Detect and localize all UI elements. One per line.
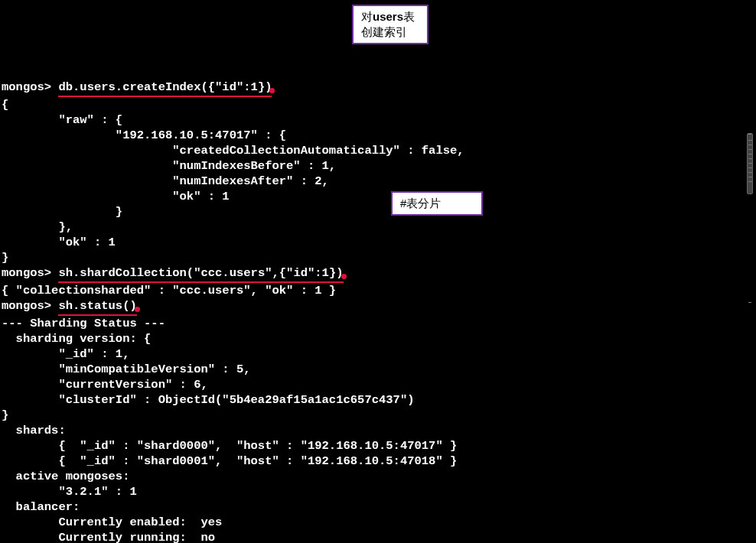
output-line: "ok" : 1 [2, 190, 230, 203]
output-line: shards: [2, 424, 66, 437]
callout-text-bold: users [373, 10, 403, 23]
command-sh-status: sh.status() [58, 298, 136, 316]
output-line: "raw" : { [2, 113, 122, 127]
output-line: { "collectionsharded" : "ccc.users", "ok… [2, 284, 336, 298]
output-line: } [2, 205, 122, 219]
underline-dot [269, 88, 275, 93]
command-shard-collection: sh.shardCollection("ccc.users",{"id":1}) [58, 265, 343, 283]
output-line: sharding version: { [2, 332, 151, 346]
output-line: "numIndexesAfter" : 2, [2, 174, 329, 188]
output-line: "ok" : 1 [2, 236, 116, 249]
output-line: { "_id" : "shard0001", "host" : "192.168… [2, 454, 457, 468]
output-line: "minCompatibleVersion" : 5, [2, 363, 251, 376]
callout-text: 创建索引 [361, 25, 407, 38]
command-create-index: db.users.createIndex({"id":1}) [58, 80, 272, 97]
annotation-callout-create-index: 对users表 创建索引 [352, 5, 429, 44]
prompt: mongos> [2, 266, 51, 280]
callout-text: #表分片 [400, 197, 441, 210]
output-line: "createdCollectionAutomatically" : false… [2, 144, 464, 158]
output-line: Currently running: no [2, 531, 215, 543]
callout-text: 对 [361, 10, 373, 23]
output-line: "192.168.10.5:47017" : { [2, 128, 286, 142]
output-line: } [2, 408, 8, 422]
underline-dot [135, 307, 140, 312]
output-line: "3.2.1" : 1 [2, 485, 137, 499]
prompt: mongos> [2, 299, 51, 313]
output-line: "numIndexesBefore" : 1, [2, 159, 336, 173]
scrollbar-indicator[interactable] [747, 133, 753, 194]
output-line: Currently enabled: yes [2, 515, 222, 529]
output-line: { [2, 98, 8, 112]
underline-dot [341, 274, 347, 279]
output-line: "clusterId" : ObjectId("5b4ea29af15a1ac1… [2, 393, 415, 407]
terminal-output[interactable]: mongos> db.users.createIndex({"id":1}) {… [0, 61, 756, 543]
output-line: { "_id" : "shard0000", "host" : "192.168… [2, 439, 457, 453]
output-line: balancer: [2, 500, 80, 514]
output-line: --- Sharding Status --- [2, 317, 165, 330]
output-line: "_id" : 1, [2, 347, 129, 361]
prompt: mongos> [2, 80, 51, 94]
output-line: active mongoses: [2, 470, 129, 483]
output-line: }, [2, 220, 73, 234]
output-line: } [2, 251, 8, 265]
output-line: "currentVersion" : 6, [2, 378, 208, 392]
annotation-callout-shard: #表分片 [391, 191, 483, 216]
callout-text: 表 [403, 10, 415, 23]
